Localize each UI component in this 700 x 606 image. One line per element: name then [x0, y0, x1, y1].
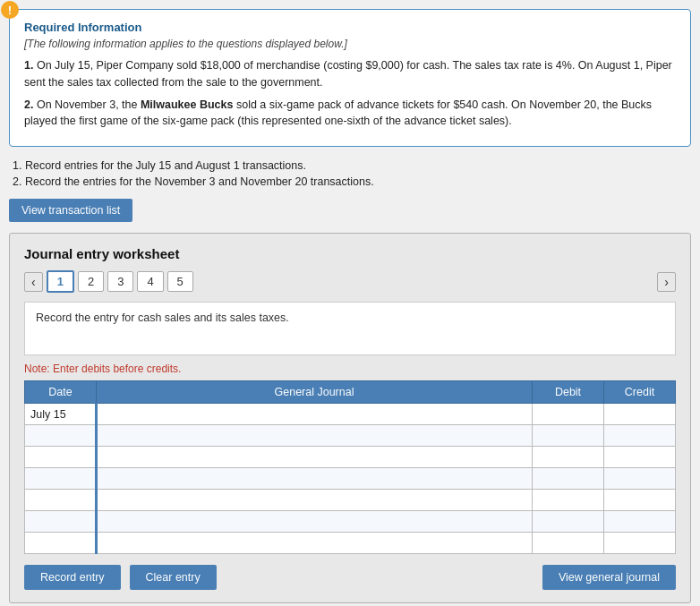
journal-input-5[interactable] [103, 494, 526, 507]
debit-input-2[interactable] [538, 430, 598, 442]
date-cell-2 [25, 425, 97, 447]
question-1: 1. Record entries for the July 15 and Au… [13, 159, 687, 172]
credit-input-6[interactable] [610, 516, 670, 528]
required-info-box: ! Required Information [The following in… [9, 9, 691, 147]
clear-entry-button[interactable]: Clear entry [130, 565, 217, 590]
col-date: Date [25, 381, 97, 404]
credit-cell-6[interactable] [604, 511, 676, 533]
journal-input-2[interactable] [103, 430, 526, 442]
table-row [25, 490, 676, 511]
debit-cell-1[interactable] [533, 404, 604, 425]
journal-input-4[interactable] [103, 473, 526, 485]
note-text: Note: Enter debits before credits. [24, 363, 676, 375]
journal-input-3[interactable] [103, 451, 526, 464]
debit-cell-7[interactable] [533, 533, 604, 554]
debit-cell-3[interactable] [533, 447, 604, 468]
bottom-buttons: Record entry Clear entry View general jo… [24, 565, 676, 590]
date-cell-4 [25, 468, 97, 490]
required-title: Required Information [24, 21, 676, 34]
credit-cell-1[interactable] [604, 404, 676, 425]
date-cell-7 [25, 533, 97, 554]
journal-input-6[interactable] [103, 516, 526, 528]
debit-cell-2[interactable] [533, 425, 604, 447]
col-journal: General Journal [97, 381, 533, 404]
debit-input-1[interactable] [538, 408, 598, 421]
journal-table: Date General Journal Debit Credit July 1… [24, 380, 676, 554]
question-2: 2. Record the entries for the November 3… [13, 175, 687, 188]
tab-2[interactable]: 2 [78, 271, 104, 292]
questions-section: 1. Record entries for the July 15 and Au… [9, 159, 691, 188]
view-transaction-button[interactable]: View transaction list [9, 199, 132, 222]
date-cell-6 [25, 511, 97, 533]
credit-input-5[interactable] [610, 494, 670, 507]
table-row [25, 447, 676, 468]
journal-worksheet: Journal entry worksheet ‹ 1 2 3 4 5 › Re… [9, 233, 691, 603]
debit-cell-4[interactable] [533, 468, 604, 490]
info-item-1: 1. On July 15, Piper Company sold $18,00… [24, 57, 676, 91]
date-cell-5 [25, 490, 97, 511]
info-icon: ! [1, 1, 19, 19]
date-cell-3 [25, 447, 97, 468]
record-entry-button[interactable]: Record entry [24, 565, 121, 590]
col-credit: Credit [604, 381, 676, 404]
table-row [25, 468, 676, 490]
debit-input-3[interactable] [538, 451, 598, 464]
journal-cell-6[interactable] [97, 511, 533, 533]
info-list: 1. On July 15, Piper Company sold $18,00… [24, 57, 676, 130]
debit-input-7[interactable] [538, 537, 598, 550]
worksheet-title: Journal entry worksheet [24, 246, 676, 261]
credit-input-3[interactable] [610, 451, 670, 464]
debit-input-5[interactable] [538, 494, 598, 507]
journal-cell-3[interactable] [97, 447, 533, 468]
tab-3[interactable]: 3 [107, 271, 133, 292]
table-row [25, 533, 676, 554]
credit-cell-2[interactable] [604, 425, 676, 447]
credit-input-2[interactable] [610, 430, 670, 442]
credit-cell-7[interactable] [604, 533, 676, 554]
credit-input-1[interactable] [610, 408, 670, 421]
credit-input-4[interactable] [610, 473, 670, 485]
view-general-journal-button[interactable]: View general journal [542, 565, 676, 590]
required-subtitle: [The following information applies to th… [24, 38, 676, 50]
info-item-2: 2. On November 3, the Milwaukee Bucks so… [24, 97, 676, 131]
journal-cell-4[interactable] [97, 468, 533, 490]
next-tab-button[interactable]: › [657, 272, 676, 292]
journal-cell-5[interactable] [97, 490, 533, 511]
table-row [25, 511, 676, 533]
entry-description: Record the entry for cash sales and its … [24, 302, 676, 355]
journal-input-7[interactable] [103, 537, 526, 550]
table-row [25, 425, 676, 447]
journal-cell-2[interactable] [97, 425, 533, 447]
credit-cell-5[interactable] [604, 490, 676, 511]
credit-cell-3[interactable] [604, 447, 676, 468]
debit-cell-5[interactable] [533, 490, 604, 511]
prev-tab-button[interactable]: ‹ [24, 272, 43, 292]
debit-cell-6[interactable] [533, 511, 604, 533]
credit-input-7[interactable] [610, 537, 670, 550]
tab-navigation: ‹ 1 2 3 4 5 › [24, 270, 676, 293]
tab-5[interactable]: 5 [167, 271, 193, 292]
debit-input-4[interactable] [538, 473, 598, 485]
journal-cell-1[interactable] [97, 404, 533, 425]
tab-4[interactable]: 4 [137, 271, 163, 292]
table-row: July 15 [25, 404, 676, 425]
tab-1[interactable]: 1 [47, 270, 74, 293]
col-debit: Debit [533, 381, 604, 404]
credit-cell-4[interactable] [604, 468, 676, 490]
debit-input-6[interactable] [538, 516, 598, 528]
journal-input-1[interactable] [103, 408, 526, 421]
journal-cell-7[interactable] [97, 533, 533, 554]
date-cell-1: July 15 [25, 404, 97, 425]
left-buttons: Record entry Clear entry [24, 565, 217, 590]
